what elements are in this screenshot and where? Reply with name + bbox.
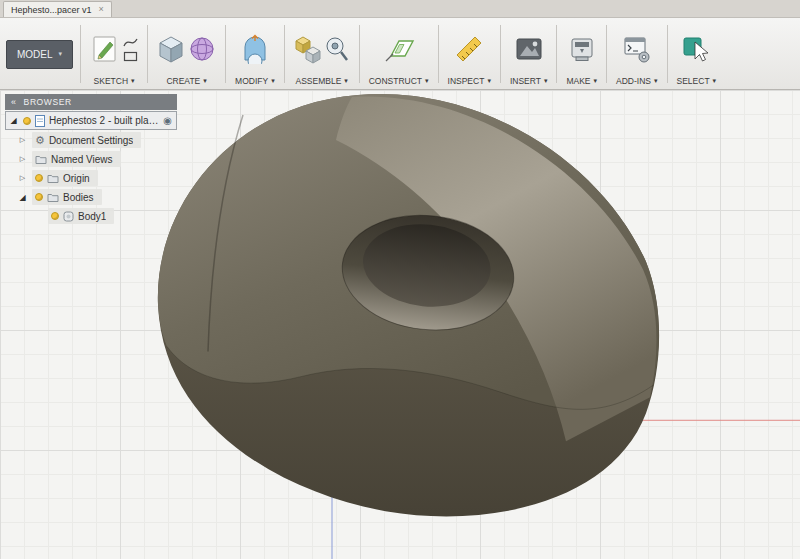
toolbar-separator <box>359 25 360 83</box>
toolbar-group-sketch[interactable]: SKETCH ▾ <box>82 21 146 87</box>
insert-image-icon[interactable] <box>515 34 543 64</box>
dropdown-arrow-icon: ▾ <box>713 77 717 85</box>
tree-item-label: Bodies <box>63 192 94 203</box>
toolbar-group-sketch-label: SKETCH <box>94 76 128 86</box>
folder-icon <box>47 173 59 183</box>
toolbar-group-insert-label: INSERT <box>510 76 541 86</box>
visibility-bulb-icon[interactable] <box>35 174 43 182</box>
tree-item-label: Body1 <box>78 211 106 222</box>
tree-item-named-views[interactable]: ▷ Named Views <box>5 150 177 168</box>
document-icon <box>35 115 45 127</box>
toolbar-group-addins-label: ADD-INS <box>616 76 651 86</box>
fusion360-window: Hephesto...pacer v1 × MODEL ▾ <box>0 0 800 559</box>
spline-icon[interactable] <box>123 36 138 49</box>
toolbar-group-addins[interactable]: ADD-INS ▾ <box>608 21 665 87</box>
toolbar-separator <box>284 25 285 83</box>
toolbar-group-assemble[interactable]: ASSEMBLE ▾ <box>286 21 358 87</box>
visibility-bulb-icon[interactable] <box>51 212 59 220</box>
toolbar-separator <box>667 25 668 83</box>
toolbar-group-modify-label: MODIFY <box>235 76 268 86</box>
collapse-panel-icon[interactable]: « <box>11 97 17 107</box>
rectangle-tool-icon[interactable] <box>123 51 138 62</box>
dropdown-arrow-icon: ▾ <box>271 77 275 85</box>
toolbar-separator <box>438 25 439 83</box>
select-cursor-icon[interactable] <box>682 34 710 64</box>
browser-header[interactable]: « BROWSER <box>5 94 177 110</box>
tree-item-body1[interactable]: Body1 <box>5 207 177 225</box>
model-body-spacer[interactable] <box>158 94 659 516</box>
folder-icon <box>35 154 47 164</box>
dropdown-arrow-icon: ▾ <box>131 77 135 85</box>
joint-icon[interactable] <box>325 34 350 64</box>
toolbar-group-create[interactable]: CREATE ▾ <box>149 21 224 87</box>
create-mesh-sphere-icon[interactable] <box>188 34 216 64</box>
expand-arrow-icon[interactable]: ▷ <box>17 155 28 163</box>
press-pull-icon[interactable] <box>240 34 270 64</box>
create-sketch-icon[interactable] <box>90 34 120 64</box>
visibility-bulb-icon[interactable] <box>35 193 43 201</box>
new-component-icon[interactable] <box>294 34 322 64</box>
document-tab[interactable]: Hephesto...pacer v1 × <box>3 1 112 17</box>
construct-plane-icon[interactable] <box>383 34 415 64</box>
toolbar-separator <box>80 25 81 83</box>
toolbar-group-create-label: CREATE <box>166 76 200 86</box>
toolbar-group-select[interactable]: SELECT ▾ <box>669 21 725 87</box>
visibility-bulb-icon[interactable] <box>23 117 31 125</box>
document-tab-label: Hephesto...pacer v1 <box>11 5 92 15</box>
expand-arrow-icon[interactable]: ▷ <box>17 136 28 144</box>
toolbar-group-modify[interactable]: MODIFY ▾ <box>227 21 283 87</box>
toolbar-separator <box>147 25 148 83</box>
toolbar-group-make[interactable]: MAKE ▾ <box>558 21 605 87</box>
tab-close-icon[interactable]: × <box>99 5 104 14</box>
dropdown-arrow-icon: ▾ <box>594 77 598 85</box>
dropdown-arrow-icon: ▾ <box>59 50 63 58</box>
toolbar-group-select-label: SELECT <box>677 76 710 86</box>
tree-item-origin[interactable]: ▷ Origin <box>5 169 177 187</box>
measure-ruler-icon[interactable] <box>454 34 484 64</box>
toolbar-group-assemble-label: ASSEMBLE <box>295 76 341 86</box>
tree-item-label: Origin <box>63 173 90 184</box>
dropdown-arrow-icon: ▾ <box>344 77 348 85</box>
dropdown-arrow-icon: ▾ <box>203 77 207 85</box>
activate-radio-icon[interactable]: ◉ <box>163 115 172 126</box>
create-solid-box-icon[interactable] <box>157 34 185 64</box>
tree-item-root-document[interactable]: ◢ Hephestos 2 - built platform t... ◉ <box>5 111 177 130</box>
tree-item-bodies[interactable]: ◢ Bodies <box>5 188 177 206</box>
expand-arrow-icon[interactable]: ▷ <box>17 174 28 182</box>
body-icon <box>63 211 74 222</box>
dropdown-arrow-icon: ▾ <box>425 77 429 85</box>
document-tab-bar: Hephesto...pacer v1 × <box>0 0 800 18</box>
model-viewport[interactable]: « BROWSER ◢ Hephestos 2 - built platform… <box>0 90 800 559</box>
dropdown-arrow-icon: ▾ <box>544 77 548 85</box>
toolbar-group-inspect-label: INSPECT <box>448 76 485 86</box>
main-toolbar: MODEL ▾ <box>0 18 800 90</box>
tree-item-label: Named Views <box>51 154 113 165</box>
toolbar-group-construct-label: CONSTRUCT <box>369 76 422 86</box>
workspace-menu-label: MODEL <box>17 49 53 60</box>
toolbar-separator <box>225 25 226 83</box>
browser-panel: « BROWSER ◢ Hephestos 2 - built platform… <box>5 94 177 225</box>
toolbar-group-make-label: MAKE <box>566 76 590 86</box>
folder-icon <box>47 192 59 202</box>
dropdown-arrow-icon: ▾ <box>487 77 491 85</box>
expand-arrow-icon[interactable]: ◢ <box>17 193 28 202</box>
toolbar-separator <box>556 25 557 83</box>
tree-item-label: Document Settings <box>49 135 134 146</box>
browser-title: BROWSER <box>24 97 72 107</box>
toolbar-group-construct[interactable]: CONSTRUCT ▾ <box>361 21 437 87</box>
workspace-menu-button[interactable]: MODEL ▾ <box>6 40 73 69</box>
scripts-addins-icon[interactable] <box>623 34 651 64</box>
3d-print-icon[interactable] <box>569 34 595 64</box>
expand-arrow-icon[interactable]: ◢ <box>8 116 19 125</box>
toolbar-group-insert[interactable]: INSERT ▾ <box>502 21 556 87</box>
tree-item-document-settings[interactable]: ▷ ⚙ Document Settings <box>5 131 177 149</box>
gear-icon: ⚙ <box>35 135 45 146</box>
toolbar-separator <box>606 25 607 83</box>
tree-item-label: Hephestos 2 - built platform t... <box>49 115 159 126</box>
toolbar-group-inspect[interactable]: INSPECT ▾ <box>440 21 499 87</box>
dropdown-arrow-icon: ▾ <box>654 77 658 85</box>
toolbar-separator <box>500 25 501 83</box>
